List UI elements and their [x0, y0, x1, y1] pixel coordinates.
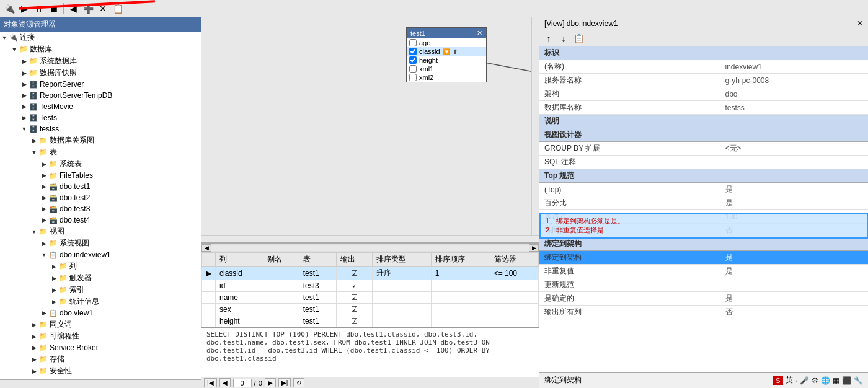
grid-row-4[interactable]: height test1 ☑	[202, 315, 539, 327]
cell-alias-4[interactable]	[264, 315, 299, 327]
nav-next[interactable]: ▶	[265, 378, 276, 387]
ime-btn7[interactable]: 🔧	[854, 376, 863, 385]
ime-btn2[interactable]: 🎤	[800, 376, 809, 385]
expand-btn-cols[interactable]: ▶	[50, 262, 58, 271]
tree-item-test2[interactable]: ▶🗃️dbo.test2	[0, 192, 201, 203]
ime-btn3[interactable]: ⚙	[812, 376, 818, 385]
tb-btn-7[interactable]: ✕	[96, 2, 110, 15]
cell-sortorder-0[interactable]: 1	[431, 267, 490, 280]
tree-item-security2[interactable]: ▶📁安全性	[0, 365, 201, 377]
expand-btn-views[interactable]: ▼	[30, 227, 38, 236]
nav-first[interactable]: |◀	[204, 378, 217, 387]
expand-btn-view1[interactable]: ▶	[40, 309, 48, 317]
ime-btn4[interactable]: 🌐	[821, 376, 830, 385]
tree-item-triggers[interactable]: ▶📁触发器	[0, 272, 201, 284]
nav-last[interactable]: ▶|	[278, 378, 291, 387]
cell-alias-1[interactable]	[264, 280, 299, 292]
h-scrollbar-1[interactable]: ◀ ▶	[202, 243, 539, 252]
tb-btn-8[interactable]: 📋	[111, 2, 125, 15]
cell-col-1[interactable]: id	[216, 280, 264, 292]
cb-age[interactable]	[409, 39, 417, 46]
tree-item-sys-db[interactable]: ▶📁系统数据库	[0, 55, 201, 67]
expand-btn-test4[interactable]: ▶	[40, 216, 48, 224]
expand-btn-dbdiagram[interactable]: ▶	[30, 136, 38, 145]
tree-item-systables[interactable]: ▶📁系统表	[0, 158, 201, 170]
cell-output-2[interactable]: ☑	[337, 292, 373, 304]
cell-sortorder-2[interactable]	[431, 292, 490, 304]
tb-btn-6[interactable]: ➕	[81, 2, 95, 15]
cell-filter-2[interactable]	[490, 292, 538, 304]
cell-table-0[interactable]: test1	[299, 267, 337, 280]
tree-item-storage[interactable]: ▶📁存储	[0, 353, 201, 365]
cell-sorttype-2[interactable]	[372, 292, 431, 304]
sort-asc-btn[interactable]: ↑	[542, 32, 556, 45]
tree-item-testmovie[interactable]: ▶🗄️TestMovie	[0, 101, 201, 112]
ime-btn5[interactable]: ▦	[833, 376, 839, 385]
scrollbar-track[interactable]	[211, 245, 529, 251]
tree-item-reportservertempdb[interactable]: ▶🗄️ReportServerTempDB	[0, 90, 201, 101]
page-input[interactable]	[233, 379, 252, 387]
expand-btn-databases[interactable]: ▼	[10, 45, 19, 54]
tree-item-synonyms[interactable]: ▶📁同义词	[0, 319, 201, 330]
cell-table-4[interactable]: test1	[299, 315, 337, 327]
right-tb-btn3[interactable]: 📋	[572, 32, 585, 45]
tree-item-reportserver[interactable]: ▶🗄️ReportServer	[0, 79, 201, 90]
cell-table-2[interactable]: test1	[299, 292, 337, 304]
diagram-scroll-v[interactable]	[531, 17, 539, 242]
tree-item-connect[interactable]: ▼🔌连接	[0, 32, 201, 43]
expand-btn-storage[interactable]: ▶	[30, 355, 38, 364]
expand-btn-programmability[interactable]: ▶	[30, 332, 38, 341]
cell-alias-2[interactable]	[264, 292, 299, 304]
grid-row-1[interactable]: id test3 ☑	[202, 280, 539, 292]
cell-output-1[interactable]: ☑	[337, 280, 373, 292]
expand-btn-test2[interactable]: ▶	[40, 193, 48, 202]
tree-item-test1[interactable]: ▶🗃️dbo.test1	[0, 181, 201, 192]
grid-row-3[interactable]: sex test1 ☑	[202, 304, 539, 315]
cell-alias-3[interactable]	[264, 304, 299, 315]
tb-btn-2[interactable]: ▶	[17, 2, 31, 15]
tb-btn-3[interactable]: ⏸	[32, 2, 46, 15]
grid-row-0[interactable]: ▶ classid test1 ☑ 升序 1 <= 100	[202, 267, 539, 280]
tree-item-databases[interactable]: ▼📁数据库	[0, 43, 201, 55]
expand-btn-testmovie[interactable]: ▶	[20, 102, 29, 111]
close-icon[interactable]: ✕	[857, 19, 863, 28]
nav-prev[interactable]: ◀	[219, 378, 231, 387]
tb-btn-5[interactable]: ◀	[66, 2, 80, 15]
expand-btn-test3[interactable]: ▶	[40, 205, 48, 213]
scroll-left-btn[interactable]: ◀	[202, 244, 211, 252]
tree-item-dbdiagram[interactable]: ▶📁数据库关系图	[0, 134, 201, 146]
cell-col-0[interactable]: classid	[216, 267, 264, 280]
expand-btn-indexes[interactable]: ▶	[50, 286, 58, 294]
tree-item-views[interactable]: ▼📁视图	[0, 226, 201, 237]
cb-height[interactable]	[409, 56, 417, 64]
cell-sortorder-3[interactable]	[431, 304, 490, 315]
expand-btn-stats[interactable]: ▶	[50, 298, 58, 306]
diagram-scroll-h[interactable]	[202, 235, 539, 242]
expand-btn-reportservertempdb[interactable]: ▶	[20, 91, 29, 100]
cell-col-4[interactable]: height	[216, 315, 264, 327]
expand-btn-filetables[interactable]: ▶	[40, 171, 48, 180]
tree-content[interactable]: ▼🔌连接▼📁数据库▶📁系统数据库▶📁数据库快照▶🗄️ReportServer▶🗄…	[0, 32, 201, 379]
cell-col-2[interactable]: name	[216, 292, 264, 304]
tree-item-test3[interactable]: ▶🗃️dbo.test3	[0, 203, 201, 214]
cell-output-4[interactable]: ☑	[337, 315, 373, 327]
tree-item-servicebroker[interactable]: ▶📁Service Broker	[0, 342, 201, 353]
expand-btn-security2[interactable]: ▶	[30, 367, 38, 376]
tree-item-programmability[interactable]: ▶📁可编程性	[0, 330, 201, 342]
ime-btn6[interactable]: ⬛	[842, 376, 851, 385]
cell-output-3[interactable]: ☑	[337, 304, 373, 315]
sql-area[interactable]: SELECT DISTINCT TOP (100) PERCENT dbo.te…	[202, 327, 539, 377]
sort-desc-btn[interactable]: ↓	[557, 32, 570, 45]
expand-btn-tests[interactable]: ▶	[20, 113, 29, 122]
tree-item-view1[interactable]: ▶📋dbo.view1	[0, 307, 201, 319]
expand-btn-sys-db[interactable]: ▶	[20, 57, 29, 66]
tree-item-sysviews[interactable]: ▶📁系统视图	[0, 237, 201, 249]
tree-item-tables[interactable]: ▼📁表	[0, 146, 201, 158]
nav-refresh[interactable]: ↻	[293, 378, 304, 387]
cell-col-3[interactable]: sex	[216, 304, 264, 315]
cell-alias-0[interactable]	[264, 267, 299, 280]
expand-btn-connect[interactable]: ▼	[0, 33, 9, 42]
grid-row-2[interactable]: name test1 ☑	[202, 292, 539, 304]
cell-sortorder-1[interactable]	[431, 280, 490, 292]
cb-xml2[interactable]	[409, 74, 417, 81]
